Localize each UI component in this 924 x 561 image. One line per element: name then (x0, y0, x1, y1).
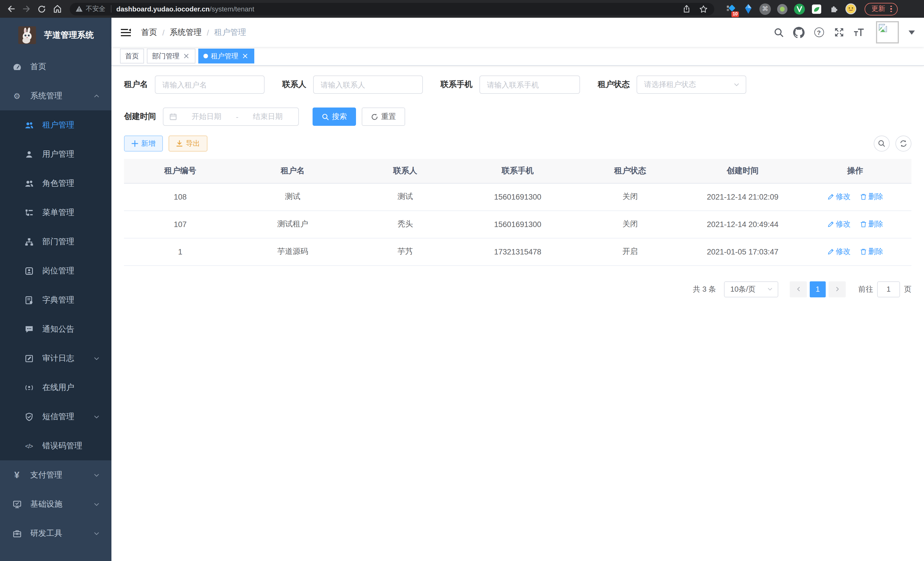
not-secure-icon (75, 5, 83, 13)
sidebar-item-error-code[interactable]: </> 错误码管理 (0, 431, 111, 460)
delete-link[interactable]: 删除 (860, 192, 883, 202)
sidebar-item-system[interactable]: ⚙ 系统管理 (0, 81, 111, 110)
contact-input[interactable] (313, 75, 423, 94)
back-icon[interactable] (6, 4, 16, 14)
user-menu-caret-icon[interactable] (909, 30, 915, 35)
sidebar-item-label: 错误码管理 (42, 441, 82, 451)
sidebar-item-post[interactable]: 岗位管理 (0, 256, 111, 285)
page-number-1[interactable]: 1 (810, 281, 826, 297)
browser-menu-kebab-icon[interactable] (890, 6, 892, 12)
edit-link[interactable]: 修改 (827, 219, 850, 229)
ext-record-icon[interactable] (777, 3, 788, 15)
url-path: /system/tenant (210, 5, 254, 13)
logo-rabbit-image (18, 26, 36, 44)
table-row[interactable]: 108 测试 测试 15601691300 关闭 2021-12-14 21:0… (124, 183, 911, 211)
prev-page-button[interactable] (790, 281, 807, 297)
user-icon (24, 149, 34, 159)
sidebar-item-menu[interactable]: 菜单管理 (0, 198, 111, 227)
ext-sidekick-icon[interactable]: 10 (725, 3, 736, 15)
col-status: 租户状态 (574, 159, 687, 183)
next-page-button[interactable] (829, 281, 846, 297)
update-button[interactable]: 更新 (865, 3, 897, 15)
edit-link[interactable]: 修改 (827, 247, 850, 257)
toggle-search-button[interactable] (874, 135, 890, 152)
page-size-select[interactable]: 10条/页 (724, 281, 778, 297)
ext-command-icon[interactable]: ⌘ (759, 3, 771, 15)
sidebar-item-devtool[interactable]: 研发工具 (0, 519, 111, 548)
table-row[interactable]: 1 芋道源码 芋艿 17321315478 开启 2021-01-05 17:0… (124, 238, 911, 265)
mobile-input[interactable] (479, 75, 580, 94)
refresh-table-button[interactable] (896, 135, 911, 152)
sidebar-item-dept[interactable]: 部门管理 (0, 227, 111, 256)
home-icon[interactable] (52, 4, 62, 14)
sidebar-item-notice[interactable]: 通知公告 (0, 314, 111, 344)
sidebar-logo[interactable]: 芋道管理系统 (0, 18, 111, 52)
pencil-icon (827, 193, 834, 200)
tab-dept[interactable]: 部门管理 (147, 49, 195, 63)
forward-icon[interactable] (21, 4, 32, 14)
help-icon[interactable]: ? (813, 27, 825, 38)
cell-contact: 芋艿 (349, 238, 461, 265)
search-button[interactable]: 搜索 (313, 108, 356, 126)
delete-link[interactable]: 删除 (860, 219, 883, 229)
address-bar[interactable]: 不安全 dashboard.yudao.iocoder.cn/system/te… (70, 3, 714, 15)
fullscreen-icon[interactable] (833, 27, 844, 38)
sidebar-item-dict[interactable]: 字典管理 (0, 285, 111, 314)
sidebar-item-sms[interactable]: 短信管理 (0, 402, 111, 431)
calendar-icon (169, 113, 177, 121)
notice-icon (24, 324, 34, 334)
edit-link-label: 修改 (836, 192, 850, 202)
breadcrumb-home[interactable]: 首页 (141, 27, 157, 38)
extensions-puzzle-icon[interactable] (828, 3, 839, 15)
delete-link[interactable]: 删除 (860, 247, 883, 257)
search-icon[interactable] (773, 27, 784, 38)
edit-link[interactable]: 修改 (827, 192, 850, 202)
github-icon[interactable] (793, 27, 805, 38)
delete-link-label: 删除 (868, 192, 883, 202)
sidebar-item-user[interactable]: 用户管理 (0, 140, 111, 169)
delete-link-label: 删除 (868, 247, 883, 257)
reload-icon[interactable] (37, 4, 47, 14)
bookmark-star-icon[interactable] (698, 4, 709, 14)
add-button[interactable]: 新增 (124, 135, 163, 152)
share-icon[interactable] (681, 4, 692, 14)
table-tools (874, 135, 911, 152)
goto-page-input[interactable] (877, 281, 900, 297)
ext-leaf-icon[interactable] (811, 3, 822, 15)
sidebar-item-online-user[interactable]: 在线用户 (0, 373, 111, 402)
breadcrumb-system[interactable]: 系统管理 (170, 27, 202, 38)
sidebar-item-label: 首页 (30, 62, 46, 72)
ext-kite-icon[interactable] (742, 3, 754, 15)
sms-shield-icon (24, 412, 34, 421)
avatar[interactable] (876, 21, 899, 44)
sidebar-item-tenant[interactable]: 租户管理 (0, 110, 111, 140)
sidebar-item-infra[interactable]: 基础设施 (0, 490, 111, 519)
chevron-down-icon (93, 413, 100, 420)
status-select[interactable]: 请选择租户状态 (637, 75, 746, 94)
close-icon[interactable] (182, 52, 190, 60)
sidebar-item-role[interactable]: 角色管理 (0, 169, 111, 198)
sidebar-item-pay[interactable]: ¥ 支付管理 (0, 460, 111, 490)
reset-button[interactable]: 重置 (362, 108, 405, 126)
font-size-icon[interactable] (853, 27, 865, 38)
app-window: 芋道管理系统 首页 ⚙ 系统管理 租户管理 (0, 18, 924, 561)
hamburger-icon[interactable] (120, 27, 131, 38)
export-button[interactable]: 导出 (169, 135, 207, 152)
ext-v-logo-icon[interactable] (794, 3, 805, 15)
profile-emoji-icon[interactable] (845, 3, 856, 15)
tab-home[interactable]: 首页 (120, 49, 144, 63)
sidebar-item-label: 用户管理 (42, 149, 74, 159)
close-icon[interactable] (241, 52, 249, 60)
cell-mobile: 15601691300 (461, 183, 574, 211)
sidebar-item-audit-log[interactable]: 审计日志 (0, 344, 111, 373)
code-icon: </> (24, 441, 34, 451)
search-icon (322, 113, 329, 120)
date-range-input[interactable]: 开始日期 - 结束日期 (163, 108, 299, 126)
filter-status: 租户状态 请选择租户状态 (598, 75, 746, 94)
trash-icon (860, 193, 867, 200)
tenant-name-input[interactable] (155, 75, 265, 94)
tab-tenant[interactable]: 租户管理 (198, 49, 254, 63)
table-row[interactable]: 107 测试租户 秃头 15601691300 关闭 2021-12-14 20… (124, 211, 911, 238)
cell-id: 108 (124, 183, 237, 211)
sidebar-item-home[interactable]: 首页 (0, 52, 111, 81)
